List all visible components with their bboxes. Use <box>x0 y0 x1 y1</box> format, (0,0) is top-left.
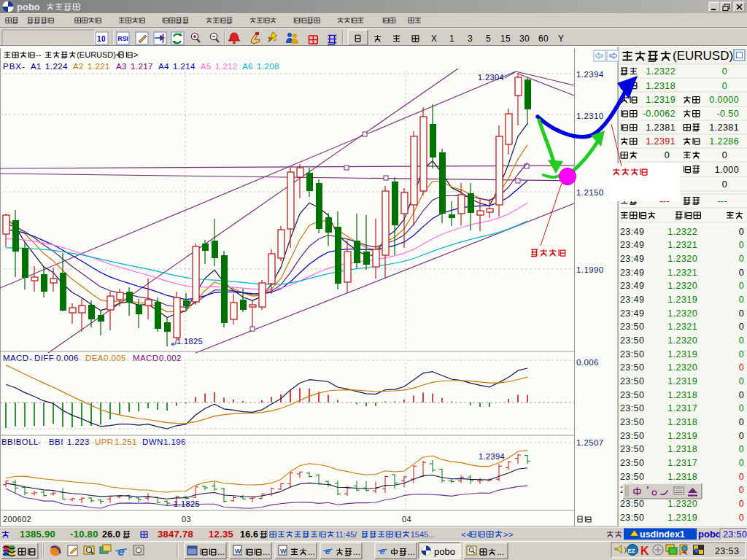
svg-text:1.2394: 1.2394 <box>576 70 604 79</box>
svg-text:26.0: 26.0 <box>102 529 120 540</box>
svg-text:X: X <box>431 34 437 44</box>
svg-text:23:50: 23:50 <box>620 513 644 523</box>
svg-text:’: ’ <box>646 484 649 495</box>
svg-text:23:49: 23:49 <box>620 254 644 264</box>
svg-text:0: 0 <box>739 335 744 346</box>
svg-text:-: - <box>29 354 32 362</box>
svg-text:...: ... <box>263 547 270 557</box>
svg-text:60: 60 <box>538 34 549 44</box>
svg-text:1.2318: 1.2318 <box>646 81 676 91</box>
svg-text:1.1825: 1.1825 <box>174 499 200 508</box>
svg-text:0: 0 <box>739 458 744 468</box>
svg-text:3847.78: 3847.78 <box>158 529 193 540</box>
svg-text:23:50: 23:50 <box>620 376 644 386</box>
svg-text:0: 0 <box>739 227 744 237</box>
svg-text:0: 0 <box>739 295 744 305</box>
svg-text:MACD: MACD <box>3 354 28 362</box>
svg-text:1.2320: 1.2320 <box>667 281 697 291</box>
svg-text:1.224: 1.224 <box>45 62 68 71</box>
svg-text:BBI: BBI <box>49 438 63 446</box>
svg-text:1.2381: 1.2381 <box>646 122 676 133</box>
svg-text:1.2391: 1.2391 <box>646 136 676 147</box>
svg-text:1.2381: 1.2381 <box>709 122 739 133</box>
svg-text:0: 0 <box>739 485 744 495</box>
svg-text:DIFF: DIFF <box>34 354 54 362</box>
svg-text:0: 0 <box>739 268 744 278</box>
svg-text:RSI: RSI <box>118 35 128 42</box>
svg-text:5: 5 <box>486 34 491 44</box>
svg-text:A4: A4 <box>158 62 169 71</box>
svg-text:16.6: 16.6 <box>240 529 258 540</box>
svg-text:PBX: PBX <box>3 62 22 71</box>
svg-text:0: 0 <box>739 240 744 250</box>
svg-text:1.1825: 1.1825 <box>177 337 203 346</box>
svg-text:1.2319: 1.2319 <box>667 431 697 441</box>
svg-text:1.2304: 1.2304 <box>478 73 504 82</box>
svg-text:23:50: 23:50 <box>620 472 644 482</box>
svg-text:1.2394: 1.2394 <box>479 452 505 461</box>
svg-text:1.2318: 1.2318 <box>667 472 697 482</box>
svg-text:EZ: EZ <box>628 548 635 554</box>
svg-text:0: 0 <box>739 499 744 509</box>
svg-text:1.223: 1.223 <box>67 438 90 446</box>
svg-text:K: K <box>640 545 649 557</box>
svg-text:--: -- <box>36 50 42 59</box>
svg-text:1.2320: 1.2320 <box>667 499 697 509</box>
svg-text:Y: Y <box>558 34 564 44</box>
svg-text:pobo: pobo <box>17 1 40 12</box>
svg-text:23:49: 23:49 <box>620 227 644 237</box>
svg-text:03: 03 <box>182 515 191 524</box>
svg-text:1.2286: 1.2286 <box>709 136 739 147</box>
svg-text:(EURUSD)<: (EURUSD)< <box>77 50 120 59</box>
svg-text:0: 0 <box>739 390 744 400</box>
svg-text:0: 0 <box>739 472 744 482</box>
svg-text:1545...: 1545... <box>411 530 436 539</box>
svg-text:1.2319: 1.2319 <box>667 295 697 305</box>
svg-text:A3: A3 <box>116 62 127 71</box>
svg-text:0.006: 0.006 <box>576 358 599 367</box>
svg-text:1.2317: 1.2317 <box>667 458 697 468</box>
svg-text:23:50: 23:50 <box>620 431 644 441</box>
svg-text:DEA: DEA <box>85 354 104 362</box>
svg-text:23:50: 23:50 <box>620 458 644 468</box>
svg-text:...: ... <box>353 547 360 557</box>
svg-text:-0.0062: -0.0062 <box>643 109 676 119</box>
svg-text:1.2318: 1.2318 <box>667 417 697 427</box>
svg-text:A5: A5 <box>201 62 212 71</box>
svg-text:1.2322: 1.2322 <box>646 66 676 77</box>
svg-text:0.002: 0.002 <box>159 354 182 362</box>
svg-text:23:50: 23:50 <box>723 529 747 540</box>
svg-text:>>: >> <box>503 529 514 540</box>
svg-text:0: 0 <box>722 179 727 190</box>
svg-text:0: 0 <box>739 322 744 332</box>
svg-text:A6: A6 <box>242 62 253 71</box>
svg-text:23:49: 23:49 <box>620 295 644 305</box>
svg-text:3: 3 <box>468 34 473 44</box>
svg-text:23:50: 23:50 <box>620 499 644 509</box>
svg-text:MACD: MACD <box>133 354 158 362</box>
svg-text:23:49: 23:49 <box>620 308 644 319</box>
svg-text:...: ... <box>408 547 415 557</box>
svg-text:1.214: 1.214 <box>173 62 196 71</box>
svg-text:1.2321: 1.2321 <box>667 240 697 250</box>
svg-text:23:50: 23:50 <box>620 362 644 373</box>
svg-text:04: 04 <box>402 515 411 524</box>
svg-text:0: 0 <box>739 308 744 319</box>
svg-text:...: ... <box>497 547 504 557</box>
svg-text:-0.50: -0.50 <box>717 109 740 119</box>
svg-text:0: 0 <box>739 431 744 441</box>
svg-text:0: 0 <box>739 403 744 413</box>
svg-text:0: 0 <box>739 444 744 454</box>
svg-text:1.221: 1.221 <box>88 62 110 71</box>
svg-text:UPR: UPR <box>95 438 113 446</box>
svg-text:1.2321: 1.2321 <box>667 268 697 278</box>
svg-text:1.2318: 1.2318 <box>667 390 697 400</box>
svg-text:0.005: 0.005 <box>104 354 126 362</box>
svg-text:1.2320: 1.2320 <box>667 254 697 264</box>
svg-text:12.35: 12.35 <box>209 529 233 540</box>
svg-text:0: 0 <box>722 81 727 91</box>
svg-text:1.2317: 1.2317 <box>667 403 697 413</box>
svg-text:1.212: 1.212 <box>215 62 238 71</box>
svg-text:0: 0 <box>739 254 744 264</box>
svg-text:23:49: 23:49 <box>620 240 644 250</box>
